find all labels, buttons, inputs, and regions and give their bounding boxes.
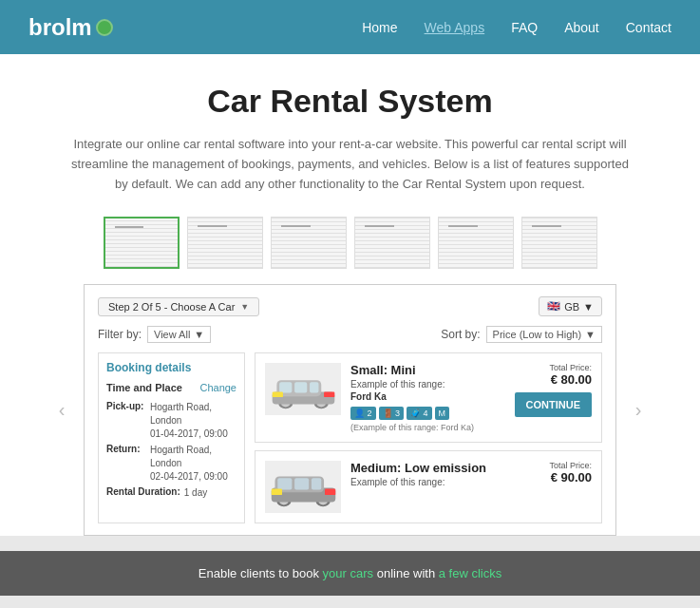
- svg-rect-20: [271, 488, 281, 495]
- widget-topbar: Step 2 Of 5 - Choose A Car ▼ 🇬🇧 GB ▼: [98, 296, 602, 316]
- svg-rect-9: [272, 391, 282, 397]
- pickup-value: Hogarth Road, London01-04-2017, 09:00: [150, 401, 236, 441]
- carousel-next[interactable]: ›: [624, 387, 653, 434]
- logo-icon: [96, 19, 113, 36]
- car-card-mini: Small: Mini Example of this range: Ford …: [255, 352, 602, 443]
- return-value: Hogarth Road, London02-04-2017, 09:00: [150, 444, 236, 484]
- page-description: Integrate our online car rental software…: [66, 135, 635, 194]
- price-box-mini: Total Price: € 80.00: [549, 363, 592, 387]
- car-info-mini: Small: Mini Example of this range: Ford …: [350, 363, 505, 432]
- thumbnail-strip: [47, 217, 653, 269]
- filter-by-value: View All: [154, 329, 190, 340]
- car-example-label-medium: Example of this range:: [350, 477, 539, 487]
- car-info-medium: Medium: Low emission Example of this ran…: [350, 461, 539, 489]
- booking-pickup-row: Pick-up: Hogarth Road, London01-04-2017,…: [106, 401, 236, 441]
- thumb-5[interactable]: [438, 217, 514, 269]
- svg-rect-10: [324, 391, 334, 397]
- svg-rect-6: [279, 382, 292, 392]
- banner-highlight2: a few clicks: [439, 566, 501, 580]
- sort-dropdown-icon: ▼: [585, 329, 596, 340]
- flag-label: GB: [564, 301, 579, 313]
- filter-left: Filter by: View All ▼: [98, 326, 211, 343]
- car-icon-doors: 🚪 3: [379, 407, 405, 420]
- thumb-3[interactable]: [271, 217, 347, 269]
- car-image-medium: [265, 461, 341, 513]
- car-svg-mini: [268, 370, 339, 409]
- booking-panel: Booking details Time and Place Change Pi…: [98, 352, 245, 523]
- filter-dropdown-icon: ▼: [194, 329, 204, 340]
- main-content: Car Rental System Integrate our online c…: [0, 54, 700, 536]
- car-icon-bags: 🧳 4: [407, 407, 432, 420]
- thumb-1[interactable]: [104, 217, 180, 269]
- svg-rect-18: [294, 478, 309, 489]
- main-nav: Home Web Apps FAQ About Contact: [362, 20, 672, 35]
- thumb-4[interactable]: [354, 217, 430, 269]
- car-icon-passengers: 👤 2: [350, 407, 376, 420]
- widget-body: Booking details Time and Place Change Pi…: [98, 352, 602, 523]
- cars-list: Small: Mini Example of this range: Ford …: [255, 352, 602, 523]
- nav-faq[interactable]: FAQ: [511, 20, 538, 35]
- booking-duration-row: Rental Duration: 1 day: [106, 486, 236, 500]
- booking-section-title: Time and Place: [106, 382, 182, 393]
- price-box-medium: Total Price: € 90.00: [549, 461, 592, 484]
- car-card-medium: Medium: Low emission Example of this ran…: [255, 450, 602, 523]
- pickup-label: Pick-up:: [106, 401, 146, 441]
- step-dropdown-icon: ▼: [240, 302, 249, 312]
- duration-label: Rental Duration:: [106, 486, 180, 500]
- car-example-mini: Ford Ka: [350, 391, 505, 402]
- page-title: Car Rental System: [47, 83, 653, 120]
- filter-by-select[interactable]: View All ▼: [147, 326, 211, 343]
- carousel-prev[interactable]: ‹: [47, 387, 76, 434]
- booking-change-link[interactable]: Change: [199, 382, 236, 393]
- return-label: Return:: [106, 444, 146, 484]
- header: brolm Home Web Apps FAQ About Contact: [0, 0, 700, 54]
- car-pricing-medium: Total Price: € 90.00: [549, 461, 592, 484]
- car-svg-medium: [268, 467, 339, 507]
- svg-rect-19: [311, 478, 320, 489]
- price-value-mini: € 80.00: [549, 372, 592, 387]
- car-name-medium: Medium: Low emission: [350, 461, 539, 475]
- nav-home[interactable]: Home: [362, 20, 397, 35]
- sort-by-label: Sort by:: [441, 328, 480, 341]
- price-label-medium: Total Price:: [549, 461, 592, 470]
- filter-by-label: Filter by:: [98, 328, 142, 341]
- sort-by-value: Price (Low to High): [493, 329, 582, 340]
- car-icons-mini: 👤 2 🚪 3 🧳 4 M: [350, 407, 505, 420]
- filter-bar: Filter by: View All ▼ Sort by: Price (Lo…: [98, 326, 602, 343]
- carousel: ‹ Step 2 Of 5 - Choose A Car ▼ 🇬🇧 GB ▼ F…: [47, 284, 653, 536]
- car-image-mini: [265, 363, 341, 415]
- price-label-mini: Total Price:: [549, 363, 592, 372]
- nav-contact[interactable]: Contact: [626, 20, 672, 35]
- car-example-note-mini: (Example of this range: Ford Ka): [350, 423, 505, 432]
- booking-title: Booking details: [106, 361, 236, 374]
- nav-webapps[interactable]: Web Apps: [425, 20, 485, 35]
- duration-value: 1 day: [184, 486, 207, 500]
- car-name-mini: Small: Mini: [350, 363, 505, 377]
- thumb-2[interactable]: [187, 217, 263, 269]
- demo-widget: Step 2 Of 5 - Choose A Car ▼ 🇬🇧 GB ▼ Fil…: [84, 284, 616, 536]
- logo: brolm: [28, 14, 113, 41]
- price-value-medium: € 90.00: [549, 470, 592, 484]
- svg-rect-21: [325, 488, 335, 495]
- car-icon-transmission: M: [435, 407, 450, 420]
- continue-btn-mini[interactable]: CONTINUE: [515, 392, 592, 417]
- svg-rect-8: [310, 382, 318, 392]
- step-label: Step 2 Of 5 - Choose A Car: [108, 301, 235, 313]
- step-badge[interactable]: Step 2 Of 5 - Choose A Car ▼: [98, 297, 259, 316]
- banner-text: Enable clients to book your cars online …: [199, 566, 501, 580]
- flag-emoji: 🇬🇧: [547, 300, 560, 313]
- flag-dropdown-icon: ▼: [583, 301, 594, 313]
- banner-highlight1: your cars: [323, 566, 373, 580]
- logo-text: brolm: [28, 14, 92, 41]
- svg-rect-17: [277, 478, 292, 489]
- sort-by-select[interactable]: Price (Low to High) ▼: [486, 326, 602, 343]
- booking-return-row: Return: Hogarth Road, London02-04-2017, …: [106, 444, 236, 484]
- svg-rect-7: [294, 382, 307, 392]
- bottom-banner: Enable clients to book your cars online …: [0, 551, 700, 596]
- flag-badge[interactable]: 🇬🇧 GB ▼: [539, 296, 602, 316]
- nav-about[interactable]: About: [564, 20, 599, 35]
- filter-right: Sort by: Price (Low to High) ▼: [441, 326, 602, 343]
- car-example-label-mini: Example of this range:: [350, 379, 505, 390]
- thumb-6[interactable]: [521, 217, 597, 269]
- car-pricing-mini: Total Price: € 80.00 CONTINUE: [515, 363, 592, 417]
